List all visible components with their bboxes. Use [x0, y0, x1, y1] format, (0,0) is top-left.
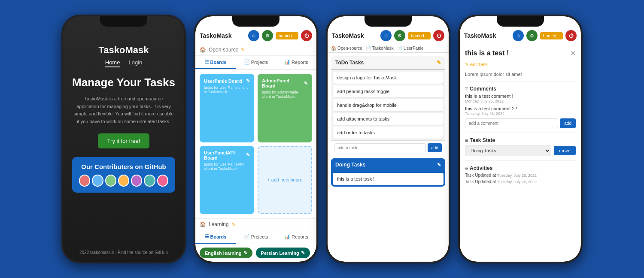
breadcrumb-icon-2: 📄 [366, 46, 371, 51]
doing-edit-icon[interactable]: ✎ [437, 162, 441, 168]
p4-topbar-icon-face[interactable]: ☺ [513, 30, 524, 41]
notch-3 [365, 16, 412, 27]
comment-1: this is a test comment ! Monday, July 25… [465, 94, 576, 103]
projects-icon: 📄 [244, 59, 250, 65]
p4-brand: TaskoMask [464, 32, 510, 39]
close-button[interactable]: ✕ [570, 49, 576, 57]
notch-2 [232, 16, 279, 27]
contributors-title: Our Contributers on GitHub [79, 163, 168, 170]
state-select[interactable]: Doing Tasks ToDo Tasks Done Tasks [465, 145, 551, 156]
avatar-1 [79, 175, 90, 187]
task-5[interactable]: add order to tasks [333, 127, 444, 139]
board-edit-icon-3[interactable]: ✎ [246, 152, 250, 158]
avatars [79, 175, 168, 187]
topbar-power[interactable]: ⏻ [301, 30, 312, 41]
edit-task-link[interactable]: ✎ edit task [465, 62, 488, 67]
notch-1 [100, 16, 147, 27]
divider-2 [465, 133, 576, 133]
avatar-4 [118, 175, 129, 187]
boards-grid: UserPanle Board ✎ tasks for UserPanle cl… [195, 70, 316, 218]
workspace1-edit-icon[interactable]: ✎ [241, 47, 245, 53]
p4-topbar-icon-settings[interactable]: ⚙ [526, 30, 538, 41]
add-task-input[interactable] [334, 143, 426, 152]
reports2-icon: 📊 [284, 234, 290, 239]
p3-topbar-icon-settings[interactable]: ⚙ [394, 30, 405, 41]
breadcrumb-open-source[interactable]: 🏠 Open-source [331, 46, 362, 51]
comments-section: ≡ Comments this is a test comment ! Mond… [465, 86, 576, 128]
workspace2-header: 🏠 Learning ✎ [195, 218, 316, 230]
edit-icon-english: ✎ [243, 250, 247, 256]
board-card-2[interactable]: AdminPanel Board ✎ tasks for AdminPanle … [258, 74, 312, 142]
task-state-title: ≡ Task State [465, 137, 576, 143]
workspace2-icon: 🏠 [200, 221, 206, 227]
add-task-btn[interactable]: add [428, 143, 442, 152]
task-1[interactable]: design a logo for TaskoMask [333, 72, 444, 84]
p4-topbar-user[interactable]: hamed... [540, 32, 563, 39]
tab-reports-2[interactable]: 📊 Reports [276, 230, 316, 244]
phone-3: TaskoMask ☺ ⚙ hamed... ⏻ 🏠 Open-source 📄… [326, 15, 450, 263]
cta-button[interactable]: Try it for free! [98, 133, 150, 148]
activities-title: ≡ Activities [465, 165, 576, 171]
tab-projects[interactable]: 📄 Projects [236, 56, 276, 69]
workspace2-edit-icon[interactable]: ✎ [231, 222, 235, 227]
doing-task-1[interactable]: this is a test task ! [333, 173, 444, 185]
tab-reports[interactable]: 📊 Reports [276, 56, 316, 69]
task-3[interactable]: handle drag&drop for mobile [333, 99, 444, 111]
p4-topbar-power[interactable]: ⏻ [565, 30, 577, 41]
p2-screen: TaskoMask ☺ ⚙ hamed... ⏻ 🏠 Open-source ✎… [195, 16, 316, 262]
p1-navbar: Home Login [105, 59, 143, 67]
doing-col-header: Doing Tasks ✎ [331, 158, 445, 171]
add-task-row: add [331, 140, 445, 155]
phone-4: TaskoMask ☺ ⚙ hamed... ⏻ this is a test … [458, 15, 583, 263]
task-2[interactable]: add pending tasks toggle [333, 85, 444, 97]
board-card-3[interactable]: UserPanelAPI Board ✎ tasks for UserPanle… [200, 146, 254, 215]
nav-login[interactable]: Login [128, 59, 142, 67]
p1-screen: TaskoMask Home Login Manage Your Tasks T… [63, 16, 184, 262]
p3-topbar-user[interactable]: hamed... [408, 32, 431, 39]
topbar-icon-face[interactable]: ☺ [248, 30, 259, 41]
contributors-box: Our Contributers on GitHub [72, 157, 175, 193]
avatar-2 [92, 175, 103, 187]
topbar-icon-settings[interactable]: ⚙ [262, 30, 273, 41]
breadcrumb-taskomask[interactable]: 📄 TaskoMask [366, 46, 394, 51]
reports-icon: 📊 [284, 59, 290, 65]
nav-home[interactable]: Home [105, 59, 120, 67]
projects2-icon: 📄 [244, 234, 250, 239]
todo-col-title: ToDo Tasks [335, 60, 364, 66]
board-edit-icon-1[interactable]: ✎ [246, 78, 250, 84]
boards-icon: ☰ [205, 59, 209, 65]
board-card-1[interactable]: UserPanle Board ✎ tasks for UserPanle cl… [200, 74, 254, 142]
workspace1-header: 🏠 Open-source ✎ [195, 44, 316, 56]
tab-boards[interactable]: ☰ Boards [195, 56, 236, 69]
activity-1: Task Updated at Tuesday, July 26, 2022 [465, 173, 576, 178]
board-edit-icon-2[interactable]: ✎ [304, 81, 308, 86]
task-4[interactable]: add attachments to tasks [333, 113, 444, 125]
breadcrumb-userpanle[interactable]: 📄 UserPanle [397, 46, 424, 51]
add-board-card[interactable]: + add new board [258, 146, 312, 215]
move-btn[interactable]: move [554, 146, 576, 155]
comment-input[interactable] [465, 118, 558, 128]
task-detail-panel: this is a test ! ✕ ✎ edit task Lorem ips… [460, 44, 581, 262]
p3-topbar-power[interactable]: ⏻ [433, 30, 444, 41]
learning-board-english[interactable]: English learning ✎ [200, 248, 252, 258]
todo-edit-icon[interactable]: ✎ [437, 60, 441, 66]
p3-topbar-icon-face[interactable]: ☺ [380, 30, 392, 41]
avatar-5 [131, 175, 142, 187]
activity-2: Task Updated at Tuesday, July 26, 2022 [465, 179, 576, 184]
p4-screen: TaskoMask ☺ ⚙ hamed... ⏻ this is a test … [460, 16, 581, 262]
task-title: this is a test ! [465, 49, 570, 57]
p1-brand: TaskoMask [99, 45, 149, 56]
p2-bottom-tabs: ☰ Boards 📄 Projects 📊 Reports [195, 230, 316, 244]
learning-board-persian[interactable]: Persian Learning ✎ [256, 248, 310, 258]
comments-title: ≡ Comments [465, 86, 576, 92]
tab-boards-2[interactable]: ☰ Boards [195, 230, 236, 244]
divider-1 [465, 81, 576, 82]
topbar-user[interactable]: hamed... [276, 32, 298, 39]
comment-add-btn[interactable]: add [560, 118, 576, 128]
hero-title: Manage Your Tasks [64, 76, 184, 89]
state-row: Doing Tasks ToDo Tasks Done Tasks move [465, 145, 576, 156]
breadcrumb-icon-3: 📄 [397, 46, 402, 51]
tab-projects-2[interactable]: 📄 Projects [236, 230, 276, 244]
divider-3 [465, 160, 576, 161]
avatar-7 [157, 175, 168, 187]
